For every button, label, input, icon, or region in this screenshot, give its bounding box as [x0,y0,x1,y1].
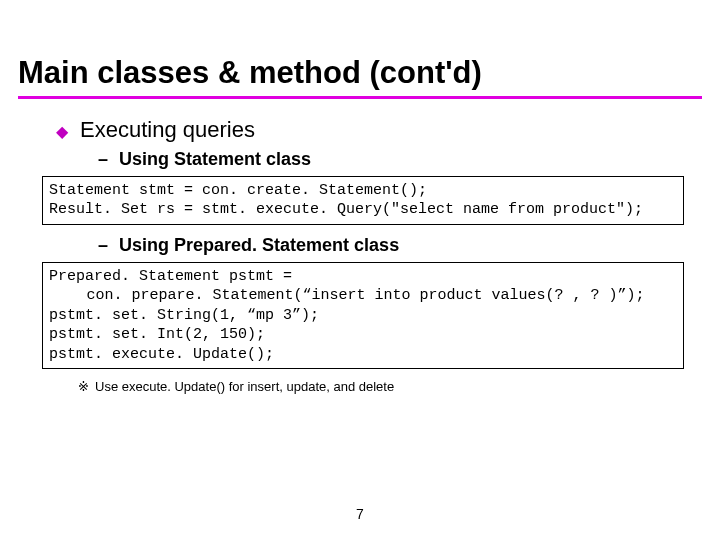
footnote-text: Use execute. Update() for insert, update… [95,379,394,394]
footnote: ※Use execute. Update() for insert, updat… [78,379,702,394]
code-line: Statement stmt = con. create. Statement(… [49,182,427,199]
bullet-level2-text: Using Prepared. Statement class [119,235,399,255]
bullet-level2-prepared: – Using Prepared. Statement class [98,235,702,256]
bullet-level2-statement: – Using Statement class [98,149,702,170]
dash-icon: – [98,235,108,256]
slide-title: Main classes & method (cont'd) [18,55,702,91]
bullet-level1-text: Executing queries [80,117,255,143]
code-box-prepared: Prepared. Statement pstmt = con. prepare… [42,262,684,370]
page-number: 7 [0,506,720,522]
code-line: Result. Set rs = stmt. execute. Query("s… [49,201,643,218]
dash-icon: – [98,149,108,170]
code-line: pstmt. set. String(1, “mp 3”); [49,307,319,324]
code-line: con. prepare. Statement(“insert into pro… [87,287,645,304]
code-line: Prepared. Statement pstmt = [49,268,292,285]
code-line: pstmt. execute. Update(); [49,346,274,363]
code-line: pstmt. set. Int(2, 150); [49,326,265,343]
slide: Main classes & method (cont'd) ◆ Executi… [0,0,720,540]
reference-mark-icon: ※ [78,379,89,394]
title-underline [18,96,702,99]
code-box-statement: Statement stmt = con. create. Statement(… [42,176,684,225]
bullet-level1: ◆ Executing queries [56,117,702,143]
bullet-level2-text: Using Statement class [119,149,311,169]
diamond-icon: ◆ [56,122,68,141]
